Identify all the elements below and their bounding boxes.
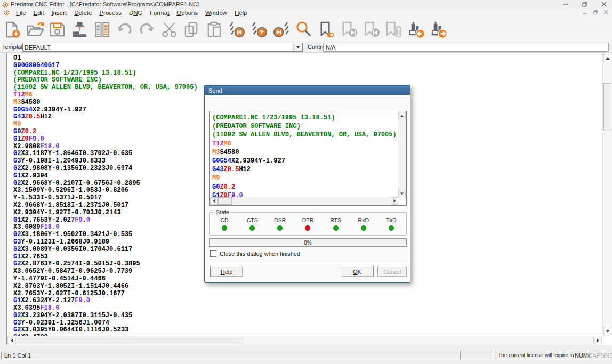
menu-dnc[interactable]: DNC	[125, 9, 146, 17]
signal-led-on-icon	[389, 225, 394, 231]
signal-label: DTR	[302, 217, 314, 223]
menu-delete[interactable]: Delete	[70, 9, 95, 17]
signal-rts: RTS	[322, 213, 350, 235]
send-preview-box[interactable]: (COMPARE1.NC 1/23/1995 13.18.51)(PREDATO…	[209, 111, 407, 206]
bookmark-prev-button[interactable]	[361, 19, 381, 41]
arrow-down-icon	[400, 192, 404, 195]
status-bar: Ln 1 Col 1 The current license will expi…	[0, 350, 612, 361]
send-vertical-scrollbar[interactable]	[398, 112, 406, 197]
open-file-icon	[26, 20, 44, 39]
signal-led-off-icon	[305, 225, 310, 231]
scroll-down-button[interactable]	[603, 327, 611, 335]
undo-icon	[115, 20, 134, 39]
find-button[interactable]	[294, 19, 313, 41]
send-scroll-up-button[interactable]	[398, 112, 406, 119]
bookmark-next-button[interactable]	[339, 19, 358, 41]
copy-button[interactable]	[182, 19, 202, 41]
minimize-button[interactable]	[562, 1, 569, 8]
menu-process[interactable]: Process	[95, 9, 125, 17]
code-line: G90G80G40G17	[13, 62, 602, 70]
jump-cursor-button[interactable]	[249, 19, 269, 41]
send-scroll-left-button[interactable]	[210, 197, 218, 205]
editor-vertical-scrollbar[interactable]	[602, 53, 612, 336]
code-line: G3Y-0.0239I-1.3256J1.0074	[13, 320, 602, 327]
menu-bar: FileEditInsertDeleteProcessDNCFormatOpti…	[0, 9, 612, 18]
signal-rxd: RxD	[350, 213, 377, 235]
template-dropdown-button[interactable]	[293, 44, 302, 51]
control-field[interactable]: N/A	[323, 43, 609, 52]
signal-dsr: DSR	[266, 213, 294, 235]
bookmark-toggle-button[interactable]	[316, 19, 336, 41]
vertical-scroll-thumb[interactable]	[603, 83, 611, 131]
numlock-indicator: NUM	[575, 351, 588, 360]
menu-window[interactable]: Window	[202, 9, 231, 17]
machine-setup-button[interactable]	[70, 19, 90, 41]
machine-setup-icon	[70, 20, 89, 39]
open-file-button[interactable]	[25, 19, 45, 41]
cut-icon	[160, 20, 179, 39]
paste-button[interactable]	[204, 19, 224, 41]
state-groupbox: State CDCTSDSRDTRRTSRxDTxD	[209, 212, 407, 236]
send-scroll-right-button[interactable]	[391, 197, 398, 205]
horizontal-scroll-thumb[interactable]	[17, 337, 243, 344]
mdi-close-button[interactable]	[603, 9, 609, 15]
editor-horizontal-scrollbar[interactable]	[7, 336, 602, 345]
code-line: G2X3.0395Y0.0644I0.1116J0.5233	[13, 327, 602, 334]
control-value: N/A	[326, 44, 335, 51]
app-gear-icon	[2, 2, 9, 8]
cancel-button[interactable]: Cancel	[377, 266, 407, 277]
menu-help[interactable]: Help	[231, 9, 251, 17]
menu-file[interactable]: File	[12, 9, 30, 17]
code-line: G1X2.6324Y-2.127F9.0	[13, 297, 602, 305]
template-value: DEFAULT	[25, 44, 51, 51]
license-panel: The current license will expire in 29 da…	[495, 351, 573, 360]
send-dialog-titlebar[interactable]: Send	[205, 86, 410, 95]
close-when-finished-row: Close this dialog when finished	[210, 250, 300, 257]
dnc-receive-button[interactable]	[406, 19, 425, 41]
code-line: X3.0395F18.0	[13, 305, 602, 312]
jump-start-button[interactable]	[227, 19, 246, 41]
cut-button[interactable]	[159, 19, 179, 41]
close-button[interactable]	[600, 1, 608, 8]
arrow-left-icon	[11, 338, 13, 343]
menu-edit[interactable]: Edit	[30, 9, 48, 17]
insert-indicator: INS	[605, 351, 612, 360]
template-bar: Template DEFAULT Control N/A	[0, 42, 612, 53]
jump-start-icon	[227, 20, 246, 39]
redo-button[interactable]	[137, 19, 157, 41]
dnc-send-button[interactable]	[428, 19, 448, 41]
ok-button[interactable]: OK	[341, 266, 374, 277]
scroll-left-button[interactable]	[7, 337, 16, 344]
template-combobox[interactable]: DEFAULT	[22, 43, 303, 52]
menu-format[interactable]: Format	[146, 9, 173, 17]
compare-files-button[interactable]	[92, 19, 112, 41]
mdi-minimize-button[interactable]	[582, 9, 587, 15]
send-dialog: Send (COMPARE1.NC 1/23/1995 13.18.51)(PR…	[204, 85, 410, 283]
signal-led-on-icon	[361, 225, 366, 231]
menu-insert[interactable]: Insert	[47, 9, 70, 17]
close-when-finished-checkbox[interactable]	[210, 250, 216, 257]
restore-button[interactable]	[581, 1, 589, 8]
menu-options[interactable]: Options	[173, 9, 202, 17]
bookmark-delete-button[interactable]	[383, 19, 403, 41]
help-button[interactable]: Help	[210, 266, 243, 277]
send-scroll-down-button[interactable]	[398, 190, 406, 197]
code-line: O1	[13, 55, 602, 62]
jump-end-button[interactable]	[271, 19, 291, 41]
code-line: (COMPARE1.NC 1/23/1995 13.18.51)	[13, 70, 602, 77]
send-hscroll-thumb[interactable]	[218, 197, 232, 205]
save-button[interactable]	[47, 19, 67, 41]
scroll-right-button[interactable]	[593, 337, 602, 344]
scroll-up-button[interactable]	[603, 54, 611, 62]
copy-icon	[182, 20, 201, 39]
signal-led-on-icon	[249, 225, 255, 231]
save-icon	[48, 20, 67, 39]
signal-txd: TxD	[377, 213, 405, 235]
mdi-restore-button[interactable]	[592, 9, 598, 15]
app-window: { "window": { "title": "Predator CNC Edi…	[0, 0, 612, 364]
undo-button[interactable]	[115, 19, 134, 41]
new-file-button[interactable]	[3, 19, 22, 41]
send-horizontal-scrollbar[interactable]	[210, 197, 398, 205]
code-line: X2.8763Y-1.8052I-1.1514J0.4466	[13, 283, 602, 290]
code-line: G0G54X2.9394Y-1.927	[212, 157, 398, 165]
